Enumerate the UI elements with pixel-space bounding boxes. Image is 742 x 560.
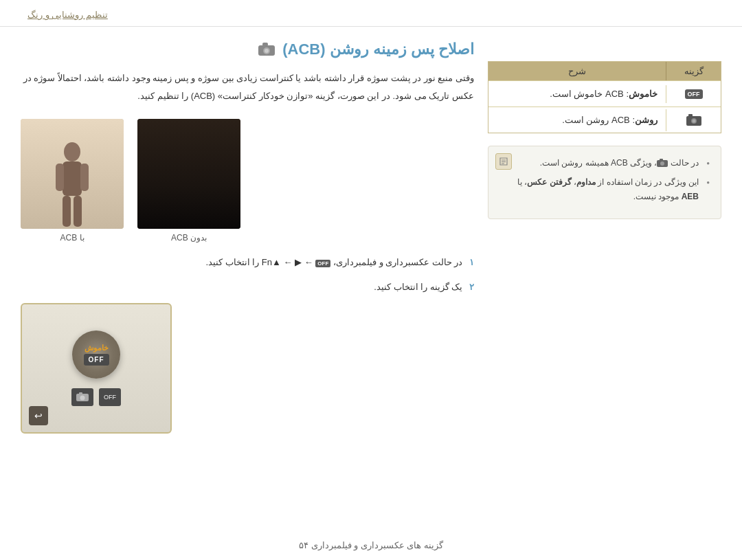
svg-rect-24: [63, 196, 71, 227]
svg-point-3: [692, 119, 695, 122]
svg-rect-11: [262, 43, 268, 46]
menu-back-button[interactable]: ↩: [29, 406, 48, 425]
svg-rect-23: [80, 164, 89, 191]
table-row: OFF خاموش: ACB خاموش است.: [488, 80, 721, 107]
note-item: این ویژگی در زمان استفاده از مداوم، گرفت…: [499, 175, 710, 205]
inline-camera-icon: [657, 159, 668, 168]
on-label: روشن: [635, 115, 657, 125]
svg-rect-22: [56, 164, 64, 191]
col-option-header: گزینه: [666, 62, 721, 80]
svg-point-13: [265, 49, 269, 53]
image-without-acb: بدون ACB: [137, 119, 240, 243]
svg-rect-25: [74, 196, 82, 227]
figure-bright: [49, 139, 95, 229]
right-panel: اصلاح پس زمینه روشن (ACB) وقتی منبع نور …: [21, 41, 474, 542]
images-row: بدون ACB با ACB: [21, 119, 474, 243]
off-label: خاموش: [629, 89, 657, 99]
step-1: ١ در حالت عکسبرداری و فیلمبرداری، Fn▲ ← …: [21, 254, 474, 271]
col-desc-header: شرح: [488, 62, 666, 80]
step-2: ٢ یک گزینه را انتخاب کنید.: [21, 278, 474, 296]
without-acb-label: بدون ACB: [171, 233, 207, 243]
row-off-option: OFF: [666, 85, 721, 103]
menu-bottom-icons: OFF: [71, 388, 121, 406]
menu-camera-wrap: خاموش OFF: [84, 344, 109, 366]
svg-point-20: [64, 142, 80, 161]
row-on-desc: روشن: ACB روشن است.: [488, 111, 666, 129]
camera-title-icon: [258, 42, 276, 57]
svg-rect-27: [79, 392, 82, 394]
with-acb-label: با ACB: [60, 233, 84, 243]
row-off-desc: خاموش: ACB خاموش است.: [488, 85, 666, 103]
section-title: تنظیم روشنایی و رنگ: [27, 10, 108, 20]
table-header: گزینه شرح: [488, 62, 721, 80]
row-on-option: [666, 109, 721, 131]
svg-rect-21: [63, 161, 82, 196]
table-row: روشن: ACB روشن است.: [488, 107, 721, 133]
menu-center-icon: خاموش OFF: [72, 331, 120, 379]
svg-rect-1: [688, 114, 693, 117]
photo-bright: [21, 119, 124, 229]
off-icon: OFF: [685, 89, 703, 99]
page-title: اصلاح پس زمینه روشن (ACB): [21, 41, 474, 58]
menu-label-top: خاموش: [85, 344, 109, 352]
options-table: گزینه شرح OFF خاموش: ACB خاموش است.: [488, 61, 721, 133]
left-panel: گزینه شرح OFF خاموش: ACB خاموش است.: [488, 41, 721, 542]
menu-camera-mini: [76, 392, 89, 402]
footer-text: گزینه های عکسبرداری و فیلمبرداری ۵۴: [299, 540, 443, 550]
menu-box: خاموش OFF OFF: [21, 303, 172, 434]
footer: گزینه های عکسبرداری و فیلمبرداری ۵۴: [0, 540, 742, 550]
camera-acb-icon: [686, 113, 702, 127]
title-text: اصلاح پس زمینه روشن (ACB): [282, 41, 474, 58]
image-with-acb: با ACB: [21, 119, 124, 243]
description-text: وقتی منبع نور در پشت سوژه قرار داشته باش…: [21, 69, 474, 105]
svg-rect-8: [660, 159, 663, 161]
svg-point-9: [660, 161, 664, 166]
step-number-1: ١: [469, 257, 474, 267]
step-number-2: ٢: [469, 282, 474, 292]
note-list: در حالت ، ویژگی ACB همیشه روشن است. این …: [499, 156, 710, 205]
note-item: در حالت ، ویژگی ACB همیشه روشن است.: [499, 156, 710, 171]
menu-mini-icon-acb[interactable]: [71, 388, 93, 406]
svg-point-28: [80, 396, 85, 401]
main-content: گزینه شرح OFF خاموش: ACB خاموش است.: [0, 27, 742, 556]
menu-mini-icon-off[interactable]: OFF: [99, 388, 121, 406]
note-box: در حالت ، ویژگی ACB همیشه روشن است. این …: [488, 146, 721, 219]
menu-off-badge: OFF: [84, 354, 109, 366]
top-bar: تنظیم روشنایی و رنگ: [0, 0, 742, 27]
step-off-icon: OFF: [315, 260, 330, 267]
photo-dark: [137, 119, 240, 229]
